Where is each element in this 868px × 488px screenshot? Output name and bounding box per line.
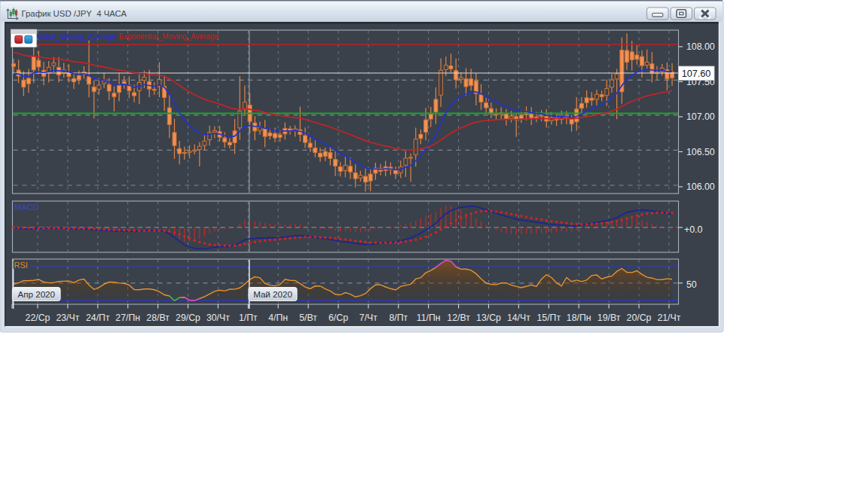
svg-text:23/Чт: 23/Чт <box>56 313 79 323</box>
svg-text:27/Пн: 27/Пн <box>115 313 140 323</box>
svg-text:12/Вт: 12/Вт <box>447 313 470 323</box>
svg-text:19/Вт: 19/Вт <box>598 313 621 323</box>
svg-text:24/Пт: 24/Пт <box>86 313 110 323</box>
svg-text:106.00: 106.00 <box>686 181 715 192</box>
svg-text:106.50: 106.50 <box>686 147 715 157</box>
svg-text:+0.0: +0.0 <box>684 224 702 235</box>
svg-text:Exponential_Moving_Average: Exponential_Moving_Average <box>119 32 219 41</box>
svg-text:14/Чт: 14/Чт <box>507 313 530 323</box>
svg-text:11/Пн: 11/Пн <box>417 313 441 323</box>
svg-text:50: 50 <box>686 279 697 290</box>
svg-text:Апр 2020: Апр 2020 <box>18 289 55 299</box>
svg-text:108.00: 108.00 <box>686 41 715 52</box>
svg-text:8/Пт: 8/Пт <box>389 313 408 323</box>
svg-text:График USD /JPY 4 ЧАСА: График USD /JPY 4 ЧАСА <box>22 9 127 18</box>
svg-text:107.00: 107.00 <box>686 111 715 122</box>
svg-text:107.60: 107.60 <box>682 69 711 79</box>
svg-text:6/Ср: 6/Ср <box>329 313 348 323</box>
svg-text:30/Чт: 30/Чт <box>206 313 230 323</box>
svg-text:Май 2020: Май 2020 <box>253 289 292 299</box>
svg-text:18/Пн: 18/Пн <box>567 313 591 323</box>
svg-text:15/Пт: 15/Пт <box>537 313 561 323</box>
svg-text:13/Ср: 13/Ср <box>476 313 501 323</box>
svg-text:22/Ср: 22/Ср <box>26 313 50 323</box>
svg-text:1/Пт: 1/Пт <box>239 313 258 323</box>
svg-text:7/Чт: 7/Чт <box>359 313 377 323</box>
svg-text:29/Ср: 29/Ср <box>176 313 200 323</box>
svg-text:MACD: MACD <box>14 203 38 212</box>
svg-text:5/Вт: 5/Вт <box>299 313 317 323</box>
svg-text:4/Пн: 4/Пн <box>268 313 288 323</box>
svg-text:RSI: RSI <box>14 261 28 270</box>
svg-text:20/Ср: 20/Ср <box>627 313 652 323</box>
svg-text:21/Чт: 21/Чт <box>657 313 680 323</box>
svg-text:28/Вт: 28/Вт <box>146 313 170 323</box>
